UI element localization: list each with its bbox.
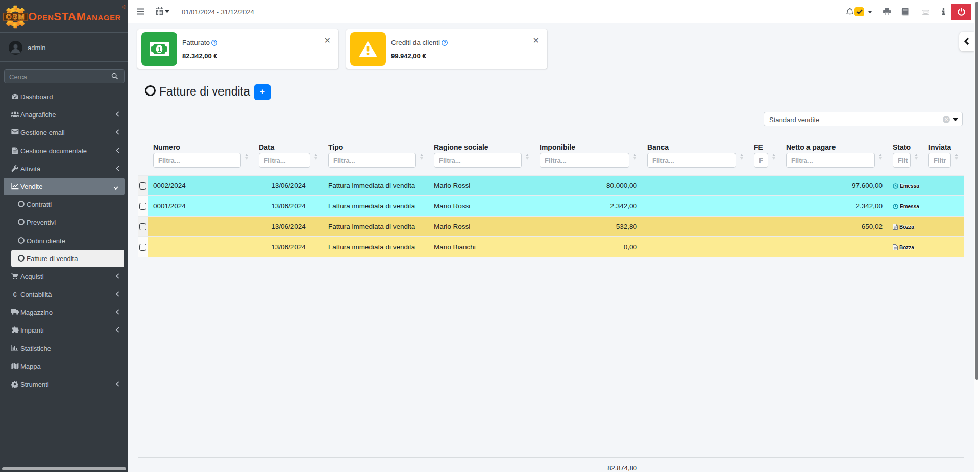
svg-text:OpenSTAManager: OpenSTAManager (28, 10, 121, 23)
svg-text:?: ? (213, 40, 215, 45)
svg-text:?: ? (443, 40, 446, 45)
svg-text:1: 1 (157, 45, 161, 53)
svg-text:®: ® (122, 5, 126, 10)
svg-text:OSM: OSM (6, 13, 26, 21)
